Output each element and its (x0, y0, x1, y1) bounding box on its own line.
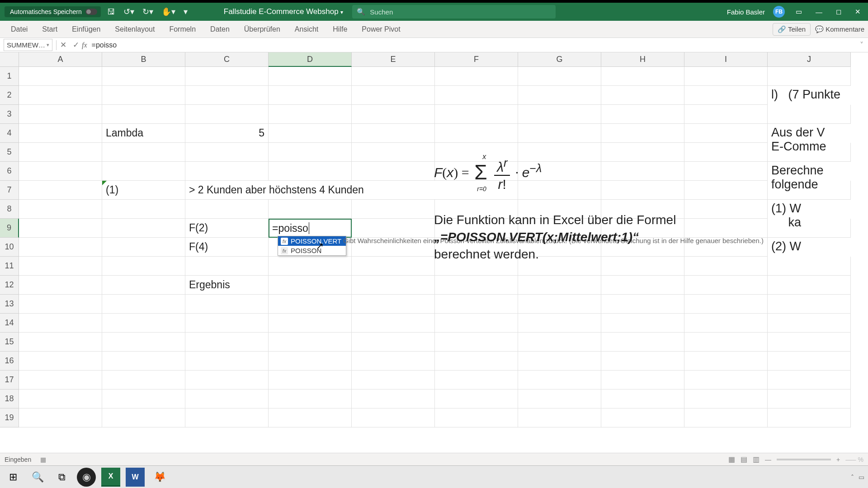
row-header-9[interactable]: 9 (0, 219, 19, 238)
row-header-6[interactable]: 6 (0, 162, 19, 181)
cell-F14[interactable] (435, 314, 518, 333)
cell-G18[interactable] (518, 389, 601, 408)
cell-C7[interactable]: > 2 Kunden aber höchstens 4 Kunden (185, 181, 435, 200)
cell-A16[interactable] (19, 352, 102, 371)
cell-B5[interactable] (102, 143, 185, 162)
cell-C2[interactable] (185, 86, 269, 105)
cell-H13[interactable] (601, 295, 684, 314)
redo-icon[interactable]: ↻▾ (142, 7, 153, 17)
cell-G12[interactable] (518, 276, 601, 295)
cell-F19[interactable] (435, 408, 518, 427)
row-header-12[interactable]: 12 (0, 276, 19, 295)
row-header-11[interactable]: 11 (0, 257, 19, 276)
column-header-H[interactable]: H (601, 52, 684, 67)
cell-C19[interactable] (185, 408, 269, 427)
qat-customize-icon[interactable]: ▾ (184, 7, 188, 17)
cell-D15[interactable] (269, 333, 352, 352)
cell-C8[interactable] (185, 200, 269, 219)
cell-A18[interactable] (19, 389, 102, 408)
obs-icon[interactable]: ◉ (77, 468, 96, 487)
cell-D8[interactable] (269, 200, 352, 219)
cell-F16[interactable] (435, 352, 518, 371)
view-normal-icon[interactable]: ▦ (728, 455, 735, 464)
cell-A3[interactable] (19, 105, 102, 124)
namebox-dropdown-icon[interactable]: ▾ (47, 42, 49, 48)
column-header-D[interactable]: D (269, 52, 352, 67)
cell-A9[interactable] (19, 219, 102, 238)
cell-B10[interactable] (102, 238, 185, 257)
zoom-in-icon[interactable]: + (836, 456, 840, 463)
cell-D2[interactable] (269, 86, 352, 105)
cell-I13[interactable] (684, 295, 768, 314)
accessibility-icon[interactable]: ▦ (40, 456, 46, 463)
cell-H4[interactable] (601, 124, 684, 143)
cell-D18[interactable] (269, 389, 352, 408)
cell-C4[interactable]: 5 (185, 124, 269, 143)
select-all-triangle[interactable] (0, 52, 19, 67)
cell-E3[interactable] (352, 105, 435, 124)
cell-J1[interactable] (768, 67, 851, 86)
cell-C6[interactable] (185, 162, 269, 181)
editing-cell[interactable]: =poisso (269, 219, 352, 238)
cell-G1[interactable] (518, 67, 601, 86)
taskbar-search-icon[interactable]: 🔍 (28, 468, 47, 487)
search-box[interactable]: 🔍 Suchen (352, 5, 556, 19)
formula-expand-icon[interactable]: ˅ (860, 41, 863, 49)
ribbon-tab-formeln[interactable]: Formeln (162, 22, 203, 37)
cell-J14[interactable] (768, 314, 851, 333)
row-header-16[interactable]: 16 (0, 352, 19, 371)
cell-C18[interactable] (185, 389, 269, 408)
cell-F3[interactable] (435, 105, 518, 124)
cell-E6[interactable] (352, 162, 435, 181)
cell-H16[interactable] (601, 352, 684, 371)
cell-B19[interactable] (102, 408, 185, 427)
cell-C10[interactable]: F(4) (185, 238, 269, 257)
cell-G19[interactable] (518, 408, 601, 427)
cell-A14[interactable] (19, 314, 102, 333)
cell-C15[interactable] (185, 333, 269, 352)
cell-B11[interactable] (102, 257, 185, 276)
notifications-icon[interactable]: ▭ (859, 474, 864, 481)
cell-I17[interactable] (684, 371, 768, 389)
cell-C9[interactable]: F(2) (185, 219, 269, 238)
cell-E13[interactable] (352, 295, 435, 314)
cell-B15[interactable] (102, 333, 185, 352)
cell-A2[interactable] (19, 86, 102, 105)
cell-E19[interactable] (352, 408, 435, 427)
formula-input[interactable]: =poisso (90, 41, 860, 49)
view-pagebreak-icon[interactable]: ▥ (753, 455, 760, 464)
cell-G4[interactable] (518, 124, 601, 143)
cell-E9[interactable] (352, 219, 435, 238)
view-layout-icon[interactable]: ▤ (741, 455, 747, 464)
cell-B1[interactable] (102, 67, 185, 86)
row-header-14[interactable]: 14 (0, 314, 19, 333)
taskview-icon[interactable]: ⧉ (52, 468, 71, 487)
autocomplete-item[interactable]: fxPOISSON.VERT (278, 236, 346, 246)
cell-J15[interactable] (768, 333, 851, 352)
cell-A17[interactable] (19, 371, 102, 389)
cell-G16[interactable] (518, 352, 601, 371)
ribbon-tab-datei[interactable]: Datei (4, 22, 35, 37)
avatar[interactable]: FB (773, 6, 785, 18)
row-header-2[interactable]: 2 (0, 86, 19, 105)
close-icon[interactable]: ✕ (852, 8, 863, 16)
row-header-10[interactable]: 10 (0, 238, 19, 257)
cell-F15[interactable] (435, 333, 518, 352)
cell-A12[interactable] (19, 276, 102, 295)
cell-A1[interactable] (19, 67, 102, 86)
cell-E1[interactable] (352, 67, 435, 86)
cell-D6[interactable] (269, 162, 352, 181)
save-icon[interactable]: 🖫 (107, 7, 115, 17)
cell-F4[interactable] (435, 124, 518, 143)
cell-F12[interactable] (435, 276, 518, 295)
cell-G15[interactable] (518, 333, 601, 352)
touch-mode-icon[interactable]: ✋▾ (161, 7, 175, 17)
cell-J13[interactable] (768, 295, 851, 314)
row-header-13[interactable]: 13 (0, 295, 19, 314)
ribbon-tab-überprüfen[interactable]: Überprüfen (237, 22, 288, 37)
ribbon-tab-power pivot[interactable]: Power Pivot (354, 22, 407, 37)
cell-B9[interactable] (102, 219, 185, 238)
cell-A4[interactable] (19, 124, 102, 143)
formula-autocomplete[interactable]: fxPOISSON.VERTfxPOISSON (278, 236, 346, 256)
zoom-slider[interactable] (777, 459, 831, 460)
